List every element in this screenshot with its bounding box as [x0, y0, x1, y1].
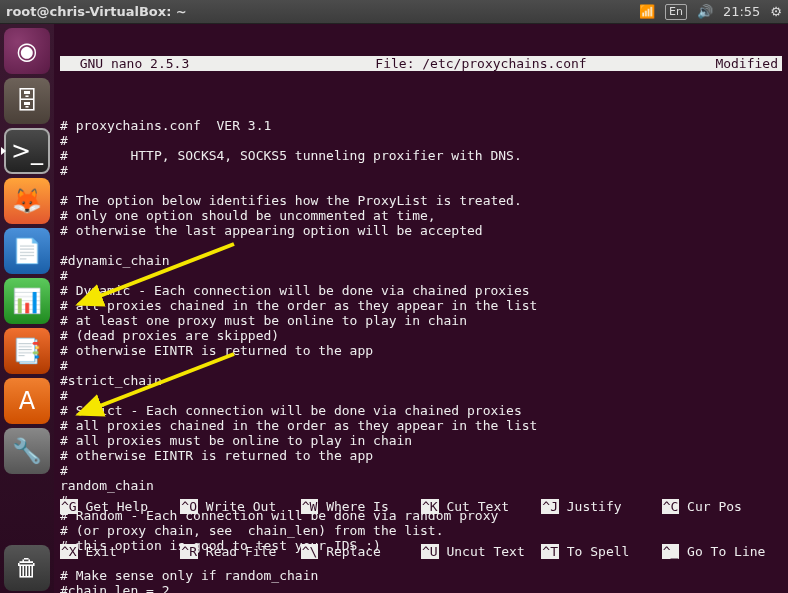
nano-shortcut: ^_ Go To Line [662, 544, 782, 559]
nano-shortcut: ^C Cur Pos [662, 499, 782, 514]
nano-shortcut-key: ^\ [301, 544, 319, 559]
nano-shortcut-key: ^G [60, 499, 78, 514]
launcher-dash-icon[interactable]: ◉ [4, 28, 50, 74]
launcher-settings-icon[interactable]: 🔧 [4, 428, 50, 474]
window-title: root@chris-VirtualBox: ~ [6, 4, 187, 19]
launcher-firefox-icon[interactable]: 🦊 [4, 178, 50, 224]
launcher-writer-icon[interactable]: 📄 [4, 228, 50, 274]
nano-shortcut-key: ^C [662, 499, 680, 514]
nano-status: Modified [698, 56, 778, 71]
launcher-calc-icon[interactable]: 📊 [4, 278, 50, 324]
nano-file-label: File: /etc/proxychains.conf [264, 56, 698, 71]
nano-shortcut-key: ^U [421, 544, 439, 559]
nano-shortcut-key: ^W [301, 499, 319, 514]
launcher-terminal-icon[interactable]: >_ [4, 128, 50, 174]
nano-shortcut-key: ^R [180, 544, 198, 559]
nano-shortcut: ^K Cut Text [421, 499, 541, 514]
nano-version: GNU nano 2.5.3 [64, 56, 264, 71]
nano-shortcut: ^\ Replace [301, 544, 421, 559]
clock[interactable]: 21:55 [723, 4, 760, 19]
network-icon[interactable]: 📶 [639, 4, 655, 19]
terminal-window[interactable]: GNU nano 2.5.3 File: /etc/proxychains.co… [54, 24, 788, 593]
nano-shortcut: ^U Uncut Text [421, 544, 541, 559]
nano-shortcut: ^R Read File [180, 544, 300, 559]
nano-shortcut: ^X Exit [60, 544, 180, 559]
unity-launcher: ◉ 🗄 >_ 🦊 📄 📊 📑 A 🔧 🗑 [0, 24, 54, 593]
nano-shortcut-key: ^O [180, 499, 198, 514]
launcher-software-icon[interactable]: A [4, 378, 50, 424]
nano-shortcut-key: ^_ [662, 544, 680, 559]
launcher-impress-icon[interactable]: 📑 [4, 328, 50, 374]
nano-shortcut: ^W Where Is [301, 499, 421, 514]
nano-shortcut-key: ^K [421, 499, 439, 514]
nano-title-bar: GNU nano 2.5.3 File: /etc/proxychains.co… [60, 56, 782, 71]
nano-shortcut-bar: ^G Get Help^O Write Out^W Where Is^K Cut… [60, 469, 782, 589]
nano-shortcut: ^T To Spell [541, 544, 661, 559]
nano-shortcut-key: ^X [60, 544, 78, 559]
gear-icon[interactable]: ⚙ [770, 4, 782, 19]
launcher-files-icon[interactable]: 🗄 [4, 78, 50, 124]
launcher-trash-icon[interactable]: 🗑 [4, 545, 50, 591]
unity-top-panel: root@chris-VirtualBox: ~ 📶 En 🔊 21:55 ⚙ [0, 0, 788, 24]
nano-shortcut: ^O Write Out [180, 499, 300, 514]
keyboard-layout-indicator[interactable]: En [665, 4, 687, 20]
nano-shortcut-key: ^J [541, 499, 559, 514]
nano-shortcut: ^G Get Help [60, 499, 180, 514]
volume-icon[interactable]: 🔊 [697, 4, 713, 19]
nano-shortcut: ^J Justify [541, 499, 661, 514]
nano-shortcut-key: ^T [541, 544, 559, 559]
